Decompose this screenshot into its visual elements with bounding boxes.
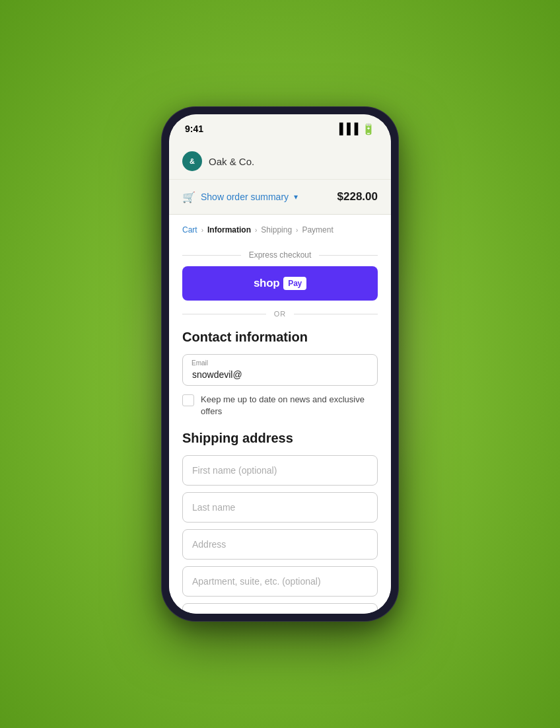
breadcrumb-sep-3: › (296, 227, 298, 234)
app-header: & Oak & Co. (169, 143, 391, 180)
last-name-input[interactable] (182, 492, 378, 523)
newsletter-checkbox-row: Keep me up to date on news and exclusive… (182, 394, 378, 418)
contact-section: Contact information Email Keep me up to … (182, 330, 378, 418)
or-line-right (294, 314, 378, 314)
app-content: & Oak & Co. 🛒 Show order summary ▾ $228.… (169, 143, 391, 614)
first-name-group (182, 455, 378, 486)
phone-frame: 9:41 ▐▐▐ 🔋 & Oak & Co. 🛒 (161, 106, 399, 622)
shipping-section: Shipping address (182, 431, 378, 614)
newsletter-label: Keep me up to date on news and exclusive… (201, 394, 378, 418)
or-line-left (182, 314, 266, 314)
status-icons: ▐▐▐ 🔋 (335, 123, 375, 135)
or-divider: OR (182, 310, 378, 318)
address-input[interactable] (182, 529, 378, 560)
express-checkout-divider: Express checkout (182, 250, 378, 260)
breadcrumb: Cart › Information › Shipping › Payment (182, 215, 378, 244)
breadcrumb-cart[interactable]: Cart (182, 225, 197, 235)
status-time: 9:41 (185, 124, 203, 134)
contact-section-title: Contact information (182, 330, 378, 345)
email-input[interactable] (182, 354, 378, 386)
signal-icon: ▐▐▐ (335, 123, 358, 135)
breadcrumb-payment: Payment (302, 225, 333, 235)
main-content: Cart › Information › Shipping › Payment … (169, 215, 391, 614)
breadcrumb-sep-1: › (201, 227, 203, 234)
apartment-input[interactable] (182, 566, 378, 597)
order-summary-bar: 🛒 Show order summary ▾ $228.00 (169, 180, 391, 215)
brand-logo-text: & (190, 157, 195, 165)
shop-pay-badge: Pay (283, 277, 306, 290)
phone-screen: 9:41 ▐▐▐ 🔋 & Oak & Co. 🛒 (169, 114, 391, 614)
wifi-icon: 🔋 (362, 123, 375, 135)
brand-name: Oak & Co. (209, 156, 254, 167)
cart-icon: 🛒 (182, 191, 195, 203)
divider-line-left (182, 255, 241, 256)
status-bar: 9:41 ▐▐▐ 🔋 (169, 114, 391, 143)
order-summary-toggle[interactable]: 🛒 Show order summary ▾ (182, 191, 298, 203)
breadcrumb-sep-2: › (255, 227, 257, 234)
express-checkout-label: Express checkout (249, 250, 312, 260)
apartment-group (182, 566, 378, 597)
breadcrumb-information: Information (207, 225, 251, 235)
or-label: OR (274, 310, 287, 318)
breadcrumb-shipping: Shipping (261, 225, 292, 235)
newsletter-checkbox[interactable] (182, 394, 194, 406)
brand-logo: & (182, 151, 202, 171)
address-group (182, 529, 378, 560)
page-background: 9:41 ▐▐▐ 🔋 & Oak & Co. 🛒 (0, 0, 560, 728)
chevron-down-icon: ▾ (294, 192, 298, 201)
divider-line-right (319, 255, 378, 256)
email-field-group: Email (182, 354, 378, 386)
show-summary-label: Show order summary (201, 192, 289, 202)
city-group (182, 603, 378, 614)
shop-pay-shop-text: shop (254, 277, 279, 290)
first-name-input[interactable] (182, 455, 378, 486)
shipping-section-title: Shipping address (182, 431, 378, 446)
last-name-group (182, 492, 378, 523)
order-price: $228.00 (337, 190, 378, 203)
shop-pay-button[interactable]: shop Pay (182, 266, 378, 301)
city-input[interactable] (182, 603, 378, 614)
